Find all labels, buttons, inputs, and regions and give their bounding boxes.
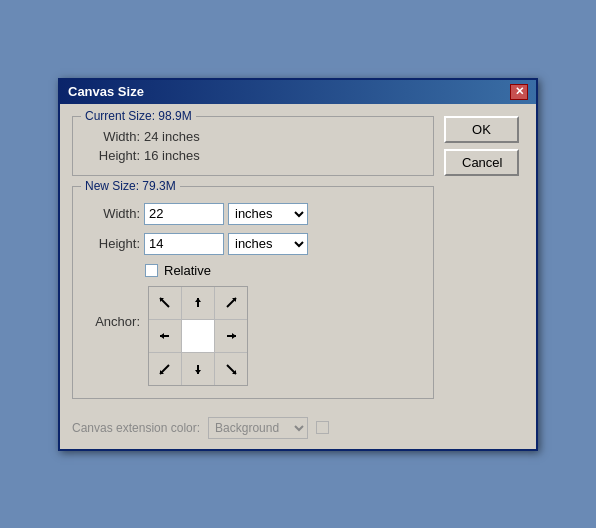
anchor-w[interactable]: [149, 320, 181, 352]
current-width-label: Width:: [85, 129, 140, 144]
relative-checkbox[interactable]: [145, 264, 158, 277]
current-height-label: Height:: [85, 148, 140, 163]
anchor-nw[interactable]: [149, 287, 181, 319]
anchor-e[interactable]: [215, 320, 247, 352]
new-size-legend: New Size: 79.3M: [81, 179, 180, 193]
new-width-row: Width: inches cm mm pixels percent: [85, 203, 421, 225]
current-height-value: 16 inches: [144, 148, 200, 163]
relative-label: Relative: [164, 263, 211, 278]
left-panel: Current Size: 98.9M Width: 24 inches Hei…: [72, 116, 434, 399]
current-size-legend: Current Size: 98.9M: [81, 109, 196, 123]
current-width-row: Width: 24 inches: [85, 129, 421, 144]
anchor-row: Anchor:: [85, 286, 421, 386]
current-width-value: 24 inches: [144, 129, 200, 144]
svg-marker-9: [232, 333, 236, 339]
new-width-label: Width:: [85, 206, 140, 221]
canvas-extension-label: Canvas extension color:: [72, 421, 200, 435]
svg-marker-7: [160, 333, 164, 339]
anchor-s[interactable]: [182, 353, 214, 385]
new-height-label: Height:: [85, 236, 140, 251]
right-panel: OK Cancel: [444, 116, 524, 399]
height-unit-select[interactable]: inches cm mm pixels percent: [228, 233, 308, 255]
relative-row: Relative: [145, 263, 421, 278]
anchor-ne[interactable]: [215, 287, 247, 319]
dialog-title: Canvas Size: [68, 84, 144, 99]
title-bar: Canvas Size ✕: [60, 80, 536, 104]
canvas-extension-select[interactable]: Background Foreground White Black Gray O…: [208, 417, 308, 439]
dialog-body: Current Size: 98.9M Width: 24 inches Hei…: [60, 104, 536, 411]
bottom-row: Canvas extension color: Background Foreg…: [60, 411, 536, 449]
anchor-grid: [148, 286, 248, 386]
svg-marker-13: [195, 370, 201, 374]
close-button[interactable]: ✕: [510, 84, 528, 100]
current-height-row: Height: 16 inches: [85, 148, 421, 163]
anchor-label: Anchor:: [85, 286, 140, 329]
canvas-size-dialog: Canvas Size ✕ Current Size: 98.9M Width:…: [58, 78, 538, 451]
anchor-center[interactable]: [182, 320, 214, 352]
anchor-se[interactable]: [215, 353, 247, 385]
canvas-extension-checkbox[interactable]: [316, 421, 329, 434]
anchor-sw[interactable]: [149, 353, 181, 385]
height-input[interactable]: [144, 233, 224, 255]
new-height-row: Height: inches cm mm pixels percent: [85, 233, 421, 255]
cancel-button[interactable]: Cancel: [444, 149, 519, 176]
anchor-n[interactable]: [182, 287, 214, 319]
current-size-group: Current Size: 98.9M Width: 24 inches Hei…: [72, 116, 434, 176]
svg-marker-3: [195, 298, 201, 302]
width-input[interactable]: [144, 203, 224, 225]
new-size-group: New Size: 79.3M Width: inches cm mm pixe…: [72, 186, 434, 399]
width-unit-select[interactable]: inches cm mm pixels percent: [228, 203, 308, 225]
ok-button[interactable]: OK: [444, 116, 519, 143]
